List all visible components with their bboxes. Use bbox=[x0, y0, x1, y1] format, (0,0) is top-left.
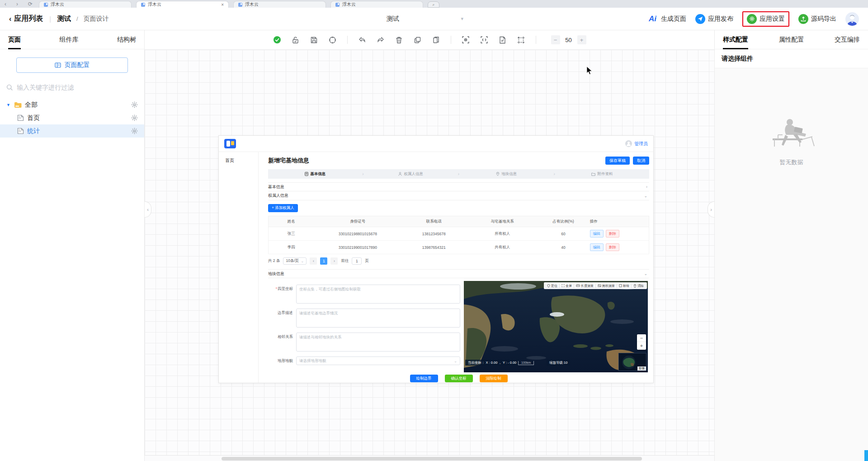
section-owner-info[interactable]: 权属人信息 ⌄ bbox=[268, 191, 649, 200]
delete-button[interactable]: 删除 bbox=[606, 230, 619, 238]
scrollbar-thumb[interactable] bbox=[222, 457, 642, 461]
map-length-measure-button[interactable]: 长度测量 bbox=[574, 284, 596, 288]
step-land-info[interactable]: 地块信息 bbox=[459, 171, 553, 177]
pin-icon bbox=[547, 284, 550, 288]
chevron-down-icon: ⌄ bbox=[644, 194, 649, 198]
caret-down-icon[interactable]: ▼ bbox=[6, 103, 11, 107]
browser-tab[interactable]: 浮木云 bbox=[330, 1, 423, 8]
tab-interaction-config[interactable]: 交互编排 bbox=[835, 30, 860, 49]
page-size-select[interactable]: 10条/页 ⌄ bbox=[283, 257, 307, 265]
map-overview-thumbnail[interactable]: 影像 bbox=[618, 353, 646, 371]
confirm-coords-button[interactable]: 确认坐标 bbox=[445, 375, 473, 382]
draw-boundary-button[interactable]: 绘制边界 bbox=[410, 375, 438, 382]
browser-refresh-icon[interactable]: ⟳ bbox=[28, 1, 33, 7]
map-zoom-out-button[interactable]: − bbox=[637, 334, 646, 342]
map-zoom-level-readout: 缩放等级:10 bbox=[547, 360, 570, 366]
page-filter-input[interactable] bbox=[17, 84, 138, 91]
gear-icon[interactable] bbox=[131, 128, 138, 134]
collapse-right-panel-handle[interactable]: › bbox=[708, 201, 714, 218]
section-basic-info[interactable]: 基本信息 › bbox=[268, 182, 649, 191]
user-avatar[interactable] bbox=[845, 12, 859, 26]
clear-drawing-button[interactable]: 清除绘制 bbox=[480, 375, 508, 382]
tab-search-icon[interactable]: ⌕ bbox=[428, 1, 439, 8]
browser-tab-active[interactable]: 浮木云× bbox=[136, 1, 229, 8]
preview-user[interactable]: 管理员 bbox=[625, 140, 648, 147]
page-check-icon[interactable] bbox=[499, 36, 507, 44]
app-publish-button[interactable]: 应用发布 bbox=[695, 14, 733, 24]
back-to-app-list[interactable]: ‹ 应用列表 bbox=[9, 14, 43, 24]
folder-icon bbox=[14, 102, 22, 108]
adjacent-textarea[interactable] bbox=[296, 333, 460, 352]
zoom-in-button[interactable]: + bbox=[577, 35, 586, 44]
save-draft-button[interactable]: 保存草稿 bbox=[605, 157, 630, 165]
next-page-button[interactable]: › bbox=[330, 257, 338, 265]
browser-tab[interactable]: 浮木云 bbox=[39, 1, 132, 8]
source-export-button[interactable]: 源码导出 bbox=[798, 14, 836, 24]
preview-nav-home[interactable]: 首页 bbox=[219, 156, 258, 165]
browser-tab[interactable]: 浮木云 bbox=[233, 1, 326, 8]
frame-select-icon[interactable] bbox=[517, 36, 525, 44]
page-config-button[interactable]: 页面配置 bbox=[16, 57, 128, 73]
map-draw-button[interactable]: 标绘 bbox=[617, 284, 632, 288]
preview-scan-icon[interactable] bbox=[462, 36, 470, 44]
tab-props-config[interactable]: 属性配置 bbox=[779, 30, 804, 49]
cancel-button[interactable]: 取消 bbox=[633, 157, 649, 165]
terrain-select[interactable]: 请选择地形地貌 ⌄ bbox=[296, 356, 460, 365]
step-attachments[interactable]: 附件资料 bbox=[555, 171, 649, 177]
delete-icon[interactable] bbox=[395, 36, 403, 44]
design-canvas[interactable]: ‹ › 管理员 首页 bbox=[145, 50, 714, 461]
ai-generate-page-button[interactable]: Ai 生成页面 bbox=[649, 14, 686, 24]
gear-icon[interactable] bbox=[131, 114, 138, 121]
app-settings-button[interactable]: 应用设置 bbox=[747, 14, 785, 24]
focus-target-icon[interactable] bbox=[329, 36, 337, 44]
tab-component-library[interactable]: 组件库 bbox=[60, 30, 79, 49]
edit-button[interactable]: 编辑 bbox=[590, 230, 604, 238]
goto-page-input[interactable] bbox=[352, 257, 362, 265]
step-basic-info[interactable]: 基本信息 bbox=[268, 171, 362, 177]
zoom-out-button[interactable]: − bbox=[551, 35, 560, 44]
delete-button[interactable]: 删除 bbox=[606, 243, 619, 251]
map-widget[interactable]: 定位 全屏 长度测量 bbox=[464, 281, 648, 372]
edit-button[interactable]: 编辑 bbox=[590, 243, 604, 251]
map-zoom-in-button[interactable]: + bbox=[637, 342, 646, 350]
paste-icon[interactable] bbox=[432, 36, 440, 44]
map-locate-button[interactable]: 定位 bbox=[545, 284, 560, 288]
tree-node-all[interactable]: ▼ 全部 bbox=[0, 98, 144, 111]
add-owner-button[interactable]: + 添加权属人 bbox=[268, 204, 298, 212]
code-view-icon[interactable] bbox=[480, 36, 488, 44]
save-icon[interactable] bbox=[310, 36, 318, 44]
step-owner-info[interactable]: 权属人信息 bbox=[364, 171, 458, 177]
prev-page-button[interactable]: ‹ bbox=[310, 257, 317, 265]
field-label-boundary: 边界描述 bbox=[268, 309, 296, 328]
table-row: 李四 330102199001017890 13987654321 共有权人 4… bbox=[269, 241, 649, 254]
unlock-icon[interactable] bbox=[292, 36, 300, 44]
draw-square-icon bbox=[619, 284, 622, 287]
tree-node-home[interactable]: 首页 bbox=[0, 111, 144, 124]
status-check-icon[interactable] bbox=[273, 36, 281, 44]
tab-close-icon[interactable]: × bbox=[221, 2, 224, 7]
browser-back-icon[interactable]: ‹ bbox=[5, 1, 6, 7]
tab-pages[interactable]: 页面 bbox=[8, 30, 21, 49]
tab-title: 浮木云 bbox=[245, 1, 259, 8]
tab-style-config[interactable]: 样式配置 bbox=[723, 30, 748, 49]
page-select[interactable]: 测试 ▾ bbox=[387, 15, 463, 23]
map-clear-button[interactable]: 清除 bbox=[632, 284, 646, 288]
app-publish-label: 应用发布 bbox=[708, 15, 733, 23]
undo-icon[interactable] bbox=[358, 36, 366, 44]
map-area-measure-button[interactable]: 面积测量 bbox=[596, 284, 617, 288]
section-land-info[interactable]: 地块信息 ⌄ bbox=[268, 269, 649, 278]
coords-textarea[interactable] bbox=[296, 285, 460, 304]
boundary-textarea[interactable] bbox=[296, 309, 460, 328]
gear-icon[interactable] bbox=[131, 101, 138, 108]
tree-node-statistics[interactable]: 统计 bbox=[0, 124, 144, 138]
browser-forward-icon[interactable]: › bbox=[16, 1, 18, 7]
page-preview[interactable]: 管理员 首页 新增宅基地信息 保存草稿 取消 bbox=[219, 136, 653, 383]
redo-icon[interactable] bbox=[377, 36, 385, 44]
tab-structure-tree[interactable]: 结构树 bbox=[117, 30, 136, 49]
canvas-horizontal-scrollbar[interactable] bbox=[145, 455, 714, 461]
current-page[interactable]: 1 bbox=[320, 257, 327, 265]
collapse-left-panel-handle[interactable]: ‹ bbox=[145, 201, 151, 218]
vertical-scrollbar-thumb[interactable] bbox=[864, 450, 868, 461]
copy-icon[interactable] bbox=[414, 36, 422, 44]
map-fullscreen-button[interactable]: 全屏 bbox=[560, 284, 574, 288]
